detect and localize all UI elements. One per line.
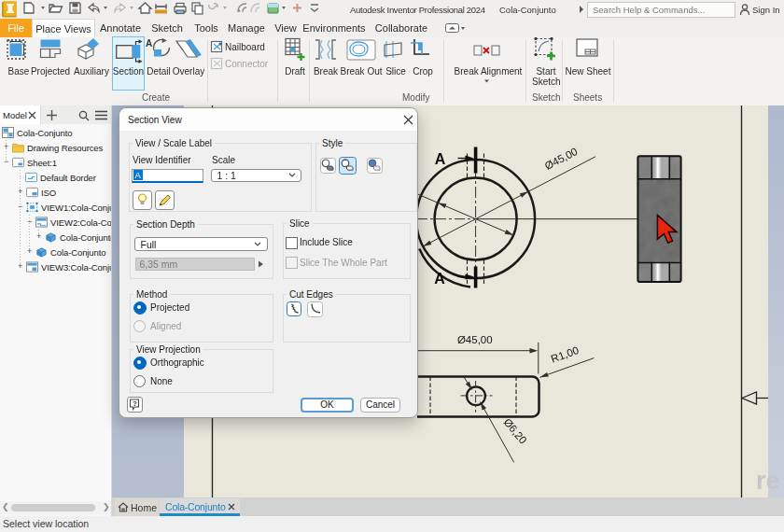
svg-text:A: A (434, 271, 445, 287)
svg-text:A: A (146, 38, 152, 49)
svg-text:Ø45,00: Ø45,00 (457, 334, 493, 345)
svg-text:?: ? (133, 399, 137, 408)
svg-text:A: A (435, 151, 446, 167)
svg-text:re: re (756, 467, 780, 495)
